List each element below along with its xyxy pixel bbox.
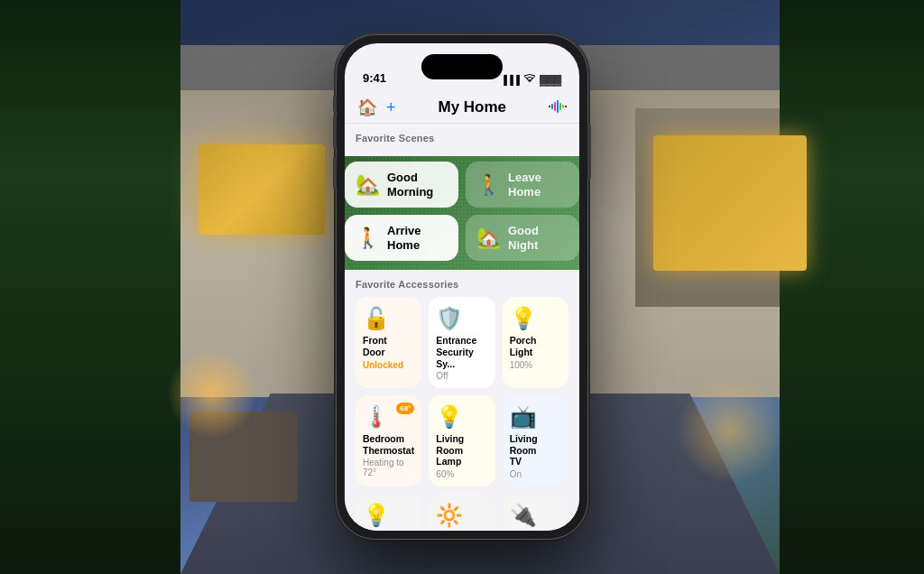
- home-icon[interactable]: 🏠: [357, 97, 377, 117]
- svg-rect-0: [549, 106, 550, 107]
- app-header: 🏠 + My Home: [345, 90, 579, 124]
- tv-name: Living RoomTV: [510, 433, 561, 468]
- accessory-bedroom-thermostat[interactable]: 68° 🌡️ BedroomThermostat Heating to 72°: [356, 395, 421, 486]
- porch-light-status: 100%: [510, 360, 561, 370]
- front-door-icon: 🔓: [363, 306, 414, 331]
- accessory-living-room-lamp[interactable]: 💡 Living RoomLamp 60%: [429, 395, 494, 486]
- entrance-security-name: Entrance Security Sy...: [436, 335, 487, 369]
- accessory-living-room-tv[interactable]: 📺 Living RoomTV On: [503, 395, 568, 486]
- front-door-name: FrontDoor: [363, 335, 414, 357]
- scenes-grid: 🏡 Good Morning 🚶 Leave Home 🚶 Arrive Hom…: [345, 162, 579, 261]
- wifi-icon: [523, 74, 536, 85]
- thermostat-name: BedroomThermostat: [363, 433, 414, 456]
- lamp-name: Living RoomLamp: [436, 433, 487, 468]
- accessories-label: Favorite Accessories: [356, 279, 568, 290]
- scene-arrive-home[interactable]: 🚶 Arrive Home: [345, 215, 458, 261]
- leave-home-label: Leave Home: [508, 171, 568, 199]
- status-time: 9:41: [363, 71, 386, 85]
- signal-icon: ▐▐▐: [501, 75, 520, 85]
- mute-button[interactable]: [333, 96, 337, 112]
- accessory-entrance-security[interactable]: 🛡️ Entrance Security Sy... Off: [429, 297, 494, 388]
- accessory-porch-light[interactable]: 💡 PorchLight 100%: [503, 297, 568, 388]
- scenes-label: Favorite Scenes: [356, 133, 568, 144]
- tv-status: On: [510, 469, 561, 479]
- good-night-label: Good Night: [508, 224, 568, 252]
- svg-rect-6: [565, 106, 567, 107]
- accessory-bedroom-light[interactable]: 💡 BedroomLight Off: [356, 494, 421, 531]
- scenes-background: 🏡 Good Morning 🚶 Leave Home 🚶 Arrive Hom…: [345, 156, 579, 270]
- svg-rect-2: [554, 102, 556, 111]
- scene-good-morning[interactable]: 🏡 Good Morning: [345, 162, 458, 208]
- arrive-home-icon: 🚶: [356, 227, 380, 250]
- accessory-kitchen-outlet[interactable]: 🔌 KitchenOutlet Off: [503, 494, 568, 531]
- ceiling-light-icon: 🔆: [436, 503, 487, 528]
- svg-rect-1: [551, 104, 553, 109]
- volume-down-button[interactable]: [333, 157, 337, 190]
- volume-up-button[interactable]: [333, 116, 337, 148]
- app-title: My Home: [438, 98, 506, 116]
- porch-light-icon: 💡: [510, 306, 561, 331]
- good-morning-icon: 🏡: [356, 173, 380, 197]
- scenes-section: Favorite Scenes: [345, 124, 579, 156]
- front-door-status: Unlocked: [363, 360, 414, 370]
- accessory-ceiling-light[interactable]: 🔆 CeilingLight Off: [429, 494, 494, 531]
- garage-door: [653, 135, 807, 271]
- bedroom-light-icon: 💡: [363, 503, 414, 528]
- thermostat-status: Heating to 72°: [363, 458, 414, 477]
- house-window-left: [199, 144, 325, 235]
- good-morning-label: Good Morning: [387, 171, 448, 199]
- svg-rect-5: [562, 105, 564, 108]
- trees-left: [0, 0, 180, 574]
- phone-body: 9:41 ▐▐▐ ▓▓▓ 🏠 + My Home: [336, 34, 588, 540]
- power-button[interactable]: [587, 125, 591, 179]
- siri-button[interactable]: [549, 98, 567, 117]
- leave-home-icon: 🚶: [476, 173, 501, 197]
- lamp-icon: 💡: [436, 404, 487, 430]
- trees-right: [780, 0, 924, 574]
- tv-icon: 📺: [510, 404, 561, 430]
- add-button[interactable]: +: [386, 98, 396, 117]
- dynamic-island: [421, 54, 503, 79]
- scene-good-night[interactable]: 🏡 Good Night: [466, 215, 579, 261]
- entrance-security-icon: 🛡️: [436, 306, 487, 331]
- phone-device: 9:41 ▐▐▐ ▓▓▓ 🏠 + My Home: [336, 34, 588, 540]
- accessory-front-door[interactable]: 🔓 FrontDoor Unlocked: [356, 297, 421, 388]
- svg-rect-3: [557, 100, 559, 113]
- header-left: 🏠 +: [357, 97, 396, 117]
- accessories-grid: 🔓 FrontDoor Unlocked 🛡️ Entrance Securit…: [356, 297, 568, 531]
- temp-badge: 68°: [396, 403, 414, 414]
- porch-light-name: PorchLight: [510, 335, 561, 357]
- status-icons: ▐▐▐ ▓▓▓: [501, 74, 561, 85]
- phone-screen: 9:41 ▐▐▐ ▓▓▓ 🏠 + My Home: [345, 43, 579, 531]
- arrive-home-label: Arrive Home: [387, 224, 448, 252]
- light-glow-1: [167, 348, 257, 439]
- scene-leave-home[interactable]: 🚶 Leave Home: [466, 162, 579, 208]
- entrance-security-status: Off: [436, 371, 487, 381]
- app-content: 🏠 + My Home: [345, 90, 579, 531]
- accessories-section: Favorite Accessories 🔓 FrontDoor Unlocke…: [345, 270, 579, 531]
- good-night-icon: 🏡: [476, 227, 501, 250]
- svg-rect-4: [559, 103, 561, 110]
- lamp-status: 60%: [436, 469, 487, 479]
- light-glow-2: [676, 375, 784, 484]
- outlet-icon: 🔌: [510, 503, 561, 528]
- battery-icon: ▓▓▓: [540, 74, 561, 85]
